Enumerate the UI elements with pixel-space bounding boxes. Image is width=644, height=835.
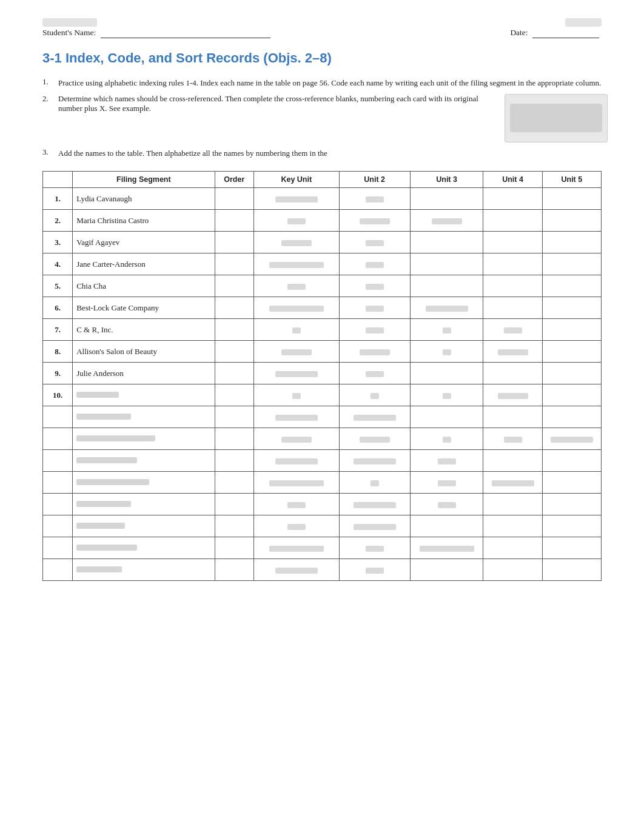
unit2-cell [339, 363, 410, 384]
col-header-order: Order [215, 172, 253, 188]
unit4-cell [483, 537, 542, 559]
student-name-field[interactable] [101, 28, 270, 38]
filing-segment [73, 559, 215, 581]
filing-segment [73, 450, 215, 472]
unit3-cell [410, 515, 483, 537]
key-unit-cell [253, 253, 339, 275]
unit3-cell [410, 319, 483, 341]
date-label: Date: [510, 28, 528, 37]
table-row [43, 494, 602, 515]
filing-segment: Julie Anderson [73, 363, 215, 384]
key-unit-cell [253, 341, 339, 363]
instruction-text-3: Add the names to the table. Then alphabe… [58, 147, 608, 159]
instruction-2: 2. Determine which names should be cross… [42, 94, 608, 143]
page-title: 3-1 Index, Code, and Sort Records (Objs.… [42, 50, 608, 66]
unit5-cell [542, 275, 601, 297]
key-unit-cell [253, 472, 339, 494]
row-number: 1. [43, 188, 73, 210]
date-field[interactable] [532, 28, 599, 38]
table-row [43, 537, 602, 559]
unit4-cell [483, 319, 542, 341]
unit4-cell [483, 253, 542, 275]
instruction-3: 3. Add the names to the table. Then alph… [42, 147, 608, 159]
unit3-cell [410, 232, 483, 253]
unit3-cell [410, 406, 483, 428]
row-number: 10. [43, 384, 73, 406]
instruction-text-1: Practice using alphabetic indexing rules… [58, 77, 608, 89]
unit5-cell [542, 537, 601, 559]
filing-table: Filing Segment Order Key Unit Unit 2 Uni… [42, 171, 602, 581]
table-row [43, 428, 602, 450]
student-name-area: Student's Name: [42, 28, 273, 38]
table-row [43, 515, 602, 537]
col-header-num [43, 172, 73, 188]
filing-segment [73, 472, 215, 494]
date-area: Date: [510, 28, 602, 38]
key-unit-cell [253, 210, 339, 232]
unit2-cell [339, 232, 410, 253]
table-row [43, 559, 602, 581]
cross-reference-image [505, 94, 608, 143]
unit5-cell [542, 319, 601, 341]
key-unit-cell [253, 188, 339, 210]
unit4-cell [483, 406, 542, 428]
table-row: 8.Allison's Salon of Beauty [43, 341, 602, 363]
filing-segment [73, 515, 215, 537]
unit4-cell [483, 297, 542, 319]
unit4-cell [483, 232, 542, 253]
unit2-cell [339, 559, 410, 581]
unit3-cell [410, 384, 483, 406]
filing-segment: Best-Lock Gate Company [73, 297, 215, 319]
unit5-cell [542, 232, 601, 253]
row-number [43, 450, 73, 472]
order-cell [215, 559, 253, 581]
filing-segment: Maria Christina Castro [73, 210, 215, 232]
unit2-cell [339, 428, 410, 450]
order-cell [215, 384, 253, 406]
table-row: 3.Vagif Agayev [43, 232, 602, 253]
unit3-cell [410, 494, 483, 515]
unit4-cell [483, 363, 542, 384]
unit2-cell [339, 494, 410, 515]
order-cell [215, 450, 253, 472]
key-unit-cell [253, 559, 339, 581]
unit2-cell [339, 210, 410, 232]
filing-segment [73, 537, 215, 559]
filing-segment [73, 494, 215, 515]
table-header-row: Filing Segment Order Key Unit Unit 2 Uni… [43, 172, 602, 188]
order-cell [215, 428, 253, 450]
col-header-key: Key Unit [253, 172, 339, 188]
main-table-wrapper: Filing Segment Order Key Unit Unit 2 Uni… [42, 171, 602, 581]
row-number: 7. [43, 319, 73, 341]
order-cell [215, 232, 253, 253]
order-cell [215, 363, 253, 384]
unit3-cell [410, 472, 483, 494]
unit4-cell [483, 494, 542, 515]
unit2-cell [339, 384, 410, 406]
row-number [43, 428, 73, 450]
unit4-cell [483, 515, 542, 537]
image-blur [510, 104, 602, 132]
unit3-cell [410, 363, 483, 384]
unit2-cell [339, 515, 410, 537]
unit2-cell [339, 253, 410, 275]
table-row: 7.C & R, Inc. [43, 319, 602, 341]
table-row [43, 406, 602, 428]
unit5-cell [542, 428, 601, 450]
key-unit-cell [253, 428, 339, 450]
row-number: 6. [43, 297, 73, 319]
unit5-cell [542, 253, 601, 275]
instruction-2-content: Determine which names should be cross-re… [58, 94, 608, 143]
order-cell [215, 537, 253, 559]
table-row: 5.Chia Cha [43, 275, 602, 297]
unit3-cell [410, 297, 483, 319]
key-unit-cell [253, 494, 339, 515]
unit4-cell [483, 384, 542, 406]
unit3-cell [410, 450, 483, 472]
order-cell [215, 319, 253, 341]
unit5-cell [542, 515, 601, 537]
unit5-cell [542, 559, 601, 581]
order-cell [215, 188, 253, 210]
filing-segment: Jane Carter-Anderson [73, 253, 215, 275]
row-number [43, 494, 73, 515]
